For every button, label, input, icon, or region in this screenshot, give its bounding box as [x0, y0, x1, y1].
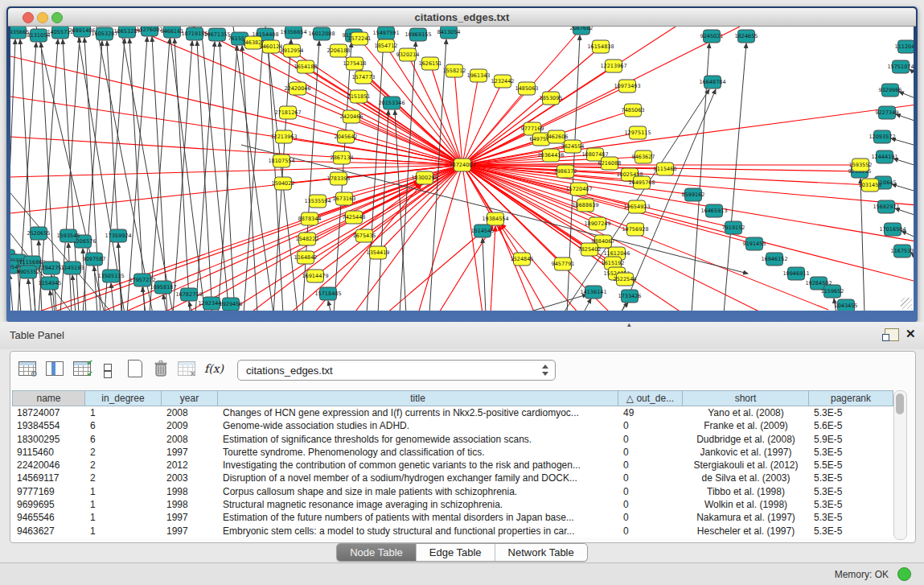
select-all-icon[interactable]: ✔✔ [72, 358, 92, 379]
graph-node[interactable]: 1112045 [895, 40, 914, 53]
graph-node[interactable]: 1524845 [511, 253, 534, 266]
graph-node[interactable]: 1159652 [821, 285, 844, 298]
graph-node[interactable]: 2087682 [570, 27, 593, 35]
graph-node[interactable]: 16465913 [700, 204, 727, 217]
graph-node[interactable]: 15692971 [873, 200, 899, 213]
graph-node[interactable]: 1548222 [296, 233, 319, 245]
column-visibility-icon[interactable] [44, 358, 65, 379]
graph-node[interactable]: 12213963 [270, 130, 297, 143]
graph-node[interactable]: 10969155 [405, 28, 431, 41]
graph-node[interactable]: 15718485 [314, 287, 341, 300]
graph-node[interactable]: 8912954 [281, 44, 304, 57]
graph-node[interactable]: 1961343 [467, 69, 491, 82]
column-header-title[interactable]: title [218, 390, 618, 406]
graph-node[interactable]: 15751074 [887, 60, 914, 73]
tab-network-table[interactable]: Network Table [495, 544, 587, 561]
graph-node[interactable]: 1275418 [343, 57, 367, 70]
graph-node[interactable]: 1574773 [352, 71, 376, 84]
graph-node[interactable]: 9457791 [552, 257, 575, 270]
function-builder-icon[interactable]: f(x) [203, 358, 224, 379]
graph-node[interactable]: 8413054 [437, 27, 461, 39]
column-header-name[interactable]: name [12, 390, 85, 406]
graph-node[interactable]: 1593545 [57, 229, 80, 242]
graph-node[interactable]: 18107554 [268, 154, 294, 167]
graph-node[interactable]: 15497591 [372, 27, 399, 39]
graph-node[interactable]: 1514545 [471, 225, 495, 237]
graph-node[interactable]: 9466161 [161, 27, 184, 38]
graph-node[interactable]: 16154838 [587, 40, 614, 53]
graph-node[interactable]: 12975115 [624, 126, 651, 139]
table-row[interactable]: 1830029562008Estimation of significance … [12, 433, 893, 446]
graph-node[interactable]: 19654923 [623, 200, 650, 213]
graph-node[interactable]: 1626151 [419, 57, 442, 70]
column-header-out_de[interactable]: △ out_de... [618, 390, 683, 406]
graph-node[interactable]: 6216088 [598, 157, 622, 170]
graph-node[interactable]: 8878344 [298, 212, 322, 225]
graph-node[interactable]: 9227349 [876, 106, 899, 119]
graph-node[interactable]: 7485063 [622, 104, 645, 117]
graph-node[interactable]: 27181267 [274, 106, 301, 119]
graph-node[interactable]: 1154945 [39, 277, 62, 290]
graph-node[interactable]: 1733426 [618, 290, 642, 303]
graph-node[interactable]: 2420466 [340, 110, 363, 123]
table-row[interactable]: 1456911722003Disruption of a novel membe… [12, 472, 893, 484]
network-graph[interactable]: 1935665813105414055712208914061605328710… [10, 27, 914, 311]
graph-node[interactable]: 1853095 [540, 92, 563, 105]
graph-node[interactable]: 8599162 [682, 188, 705, 201]
graph-node[interactable]: 12444191 [871, 150, 897, 163]
graph-node[interactable]: 9320214 [396, 48, 420, 61]
graph-node[interactable]: 5905352 [17, 266, 40, 278]
graph-node[interactable]: 16648784 [699, 76, 725, 89]
graph-node[interactable]: 1675435 [353, 229, 376, 242]
new-column-icon[interactable] [125, 358, 146, 379]
graph-node[interactable]: 9329966 [879, 84, 902, 97]
graph-node[interactable]: 1824655 [735, 30, 758, 43]
graph-node[interactable]: 9191455 [743, 237, 766, 250]
graph-node[interactable]: 2522544 [614, 273, 637, 286]
tab-node-table[interactable]: Node Table [337, 544, 417, 561]
graph-node[interactable]: 12213967 [600, 60, 626, 72]
graph-node[interactable]: 7825402 [578, 243, 602, 256]
graph-node[interactable]: 1854712 [375, 39, 398, 52]
graph-node[interactable]: 1593552 [849, 159, 873, 171]
graph-node[interactable]: 7919152 [722, 221, 745, 234]
graph-node[interactable]: 13535594 [304, 195, 331, 208]
graph-node[interactable]: 1167533 [891, 245, 914, 257]
delete-table-icon[interactable]: ✕ [176, 358, 197, 379]
scrollbar-thumb[interactable] [896, 393, 904, 414]
column-header-in_degree[interactable]: in_degree [85, 390, 162, 406]
graph-node[interactable]: 1673163 [333, 192, 356, 205]
row-height-icon[interactable] [97, 358, 118, 379]
table-row[interactable]: 969969511998Structural magnetic resonanc… [12, 498, 893, 511]
graph-node[interactable]: 1043455 [835, 299, 858, 311]
graph-node[interactable]: 1145193 [61, 262, 84, 274]
table-selector-dropdown[interactable]: citations_edges.txt [237, 360, 556, 381]
graph-node[interactable]: 16012088 [308, 27, 335, 40]
graph-node[interactable]: 1654188 [294, 60, 318, 73]
graph-node[interactable]: 10946911 [782, 267, 809, 280]
graph-node[interactable]: 17359924 [105, 229, 131, 242]
graph-node[interactable]: 1572241 [348, 32, 372, 45]
table-row[interactable]: 1938455462009Genome-wide association stu… [12, 419, 893, 432]
resize-grip-icon[interactable] [901, 298, 912, 309]
table-row[interactable]: 2242004622012Investigating the contribut… [12, 459, 893, 472]
table-row[interactable]: 946362711997Embryonic stem cells: a mode… [12, 525, 893, 538]
graph-node[interactable]: 1164842 [294, 251, 318, 264]
table-mode-icon[interactable]: ⚙ [17, 358, 38, 379]
graph-node[interactable]: 2151851 [347, 90, 371, 103]
graph-node[interactable]: 1232442 [491, 75, 515, 88]
graph-node[interactable]: 1031455 [859, 179, 882, 192]
graph-node[interactable]: 1594022 [272, 177, 295, 190]
graph-node[interactable]: 9245021 [700, 30, 724, 43]
tab-edge-table[interactable]: Edge Table [417, 544, 495, 561]
graph-node[interactable]: 9463627 [632, 150, 655, 163]
graph-node[interactable]: 2045642 [335, 130, 358, 143]
graph-node[interactable]: 16914479 [302, 270, 328, 282]
graph-node[interactable]: 1783395 [327, 172, 351, 185]
graph-node[interactable]: 1485063 [515, 82, 539, 95]
delete-column-icon[interactable] [150, 358, 171, 379]
graph-node[interactable]: 2206188 [327, 44, 351, 57]
graph-node[interactable]: 17016504 [879, 223, 906, 236]
float-panel-icon[interactable] [885, 328, 899, 341]
graph-node[interactable]: 12093572 [869, 130, 895, 143]
